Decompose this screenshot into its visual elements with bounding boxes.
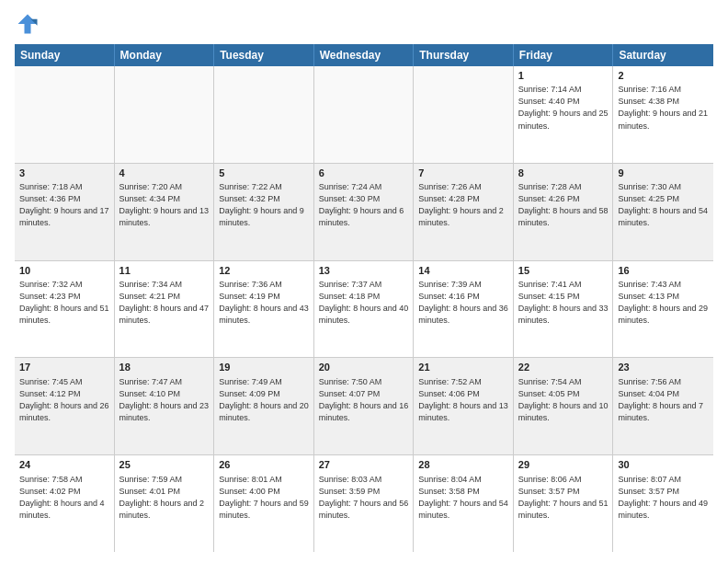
cal-week-4: 17Sunrise: 7:45 AM Sunset: 4:12 PM Dayli…	[15, 358, 713, 455]
cal-cell: 16Sunrise: 7:43 AM Sunset: 4:13 PM Dayli…	[613, 261, 713, 358]
cal-cell: 22Sunrise: 7:54 AM Sunset: 4:05 PM Dayli…	[514, 358, 614, 454]
calendar-header: SundayMondayTuesdayWednesdayThursdayFrid…	[15, 44, 713, 66]
svg-marker-0	[18, 15, 38, 34]
cal-cell: 23Sunrise: 7:56 AM Sunset: 4:04 PM Dayli…	[613, 358, 713, 454]
cal-cell: 24Sunrise: 7:58 AM Sunset: 4:02 PM Dayli…	[15, 455, 115, 552]
cal-cell: 6Sunrise: 7:24 AM Sunset: 4:30 PM Daylig…	[314, 164, 415, 260]
cal-cell: 14Sunrise: 7:39 AM Sunset: 4:16 PM Dayli…	[414, 261, 514, 358]
cal-cell: 19Sunrise: 7:49 AM Sunset: 4:09 PM Dayli…	[214, 358, 314, 454]
day-number: 20	[319, 361, 409, 374]
cal-cell: 21Sunrise: 7:52 AM Sunset: 4:06 PM Dayli…	[414, 358, 514, 454]
cal-cell: 4Sunrise: 7:20 AM Sunset: 4:34 PM Daylig…	[115, 164, 215, 260]
cal-cell: 20Sunrise: 7:50 AM Sunset: 4:07 PM Dayli…	[314, 358, 415, 454]
day-info: Sunrise: 8:07 AM Sunset: 3:57 PM Dayligh…	[618, 474, 709, 522]
day-info: Sunrise: 7:30 AM Sunset: 4:25 PM Dayligh…	[618, 181, 709, 229]
day-info: Sunrise: 7:45 AM Sunset: 4:12 PM Dayligh…	[19, 376, 109, 424]
cal-header-monday: Monday	[115, 44, 215, 66]
day-info: Sunrise: 7:36 AM Sunset: 4:19 PM Dayligh…	[219, 279, 309, 327]
day-info: Sunrise: 7:26 AM Sunset: 4:28 PM Dayligh…	[418, 181, 508, 229]
cal-header-thursday: Thursday	[414, 44, 514, 66]
day-number: 7	[418, 167, 508, 180]
day-number: 27	[319, 458, 409, 472]
day-number: 30	[618, 458, 709, 472]
cal-cell: 8Sunrise: 7:28 AM Sunset: 4:26 PM Daylig…	[514, 164, 614, 260]
day-info: Sunrise: 7:20 AM Sunset: 4:34 PM Dayligh…	[119, 181, 210, 229]
day-number: 21	[418, 361, 508, 374]
page: SundayMondayTuesdayWednesdayThursdayFrid…	[0, 0, 728, 563]
cal-cell: 5Sunrise: 7:22 AM Sunset: 4:32 PM Daylig…	[214, 164, 314, 260]
day-number: 14	[418, 264, 508, 278]
day-number: 24	[19, 458, 109, 472]
day-info: Sunrise: 7:58 AM Sunset: 4:02 PM Dayligh…	[19, 474, 109, 522]
cal-cell	[314, 66, 415, 163]
cal-cell: 11Sunrise: 7:34 AM Sunset: 4:21 PM Dayli…	[115, 261, 215, 358]
cal-cell: 7Sunrise: 7:26 AM Sunset: 4:28 PM Daylig…	[414, 164, 514, 260]
cal-cell: 27Sunrise: 8:03 AM Sunset: 3:59 PM Dayli…	[314, 455, 415, 552]
logo	[15, 11, 44, 37]
day-info: Sunrise: 7:56 AM Sunset: 4:04 PM Dayligh…	[618, 376, 709, 424]
cal-cell	[414, 66, 514, 163]
day-number: 3	[19, 167, 109, 180]
day-info: Sunrise: 7:28 AM Sunset: 4:26 PM Dayligh…	[518, 181, 609, 229]
day-info: Sunrise: 7:47 AM Sunset: 4:10 PM Dayligh…	[119, 376, 210, 424]
cal-cell: 2Sunrise: 7:16 AM Sunset: 4:38 PM Daylig…	[613, 66, 713, 163]
cal-cell: 10Sunrise: 7:32 AM Sunset: 4:23 PM Dayli…	[15, 261, 115, 358]
day-info: Sunrise: 7:37 AM Sunset: 4:18 PM Dayligh…	[319, 279, 409, 327]
day-number: 10	[19, 264, 109, 278]
cal-week-2: 3Sunrise: 7:18 AM Sunset: 4:36 PM Daylig…	[15, 164, 713, 261]
cal-cell: 12Sunrise: 7:36 AM Sunset: 4:19 PM Dayli…	[214, 261, 314, 358]
calendar-body: 1Sunrise: 7:14 AM Sunset: 4:40 PM Daylig…	[15, 66, 713, 552]
day-number: 23	[618, 361, 709, 374]
day-info: Sunrise: 7:22 AM Sunset: 4:32 PM Dayligh…	[219, 181, 309, 229]
day-number: 26	[219, 458, 309, 472]
day-number: 1	[518, 69, 609, 83]
cal-week-3: 10Sunrise: 7:32 AM Sunset: 4:23 PM Dayli…	[15, 261, 713, 359]
day-number: 18	[119, 361, 210, 374]
day-info: Sunrise: 7:59 AM Sunset: 4:01 PM Dayligh…	[119, 474, 210, 522]
day-info: Sunrise: 7:43 AM Sunset: 4:13 PM Dayligh…	[618, 279, 709, 327]
day-number: 5	[219, 167, 309, 180]
day-info: Sunrise: 7:18 AM Sunset: 4:36 PM Dayligh…	[19, 181, 109, 229]
cal-header-wednesday: Wednesday	[314, 44, 415, 66]
cal-header-sunday: Sunday	[15, 44, 115, 66]
day-info: Sunrise: 7:52 AM Sunset: 4:06 PM Dayligh…	[418, 376, 508, 424]
day-number: 29	[518, 458, 609, 472]
cal-header-saturday: Saturday	[613, 44, 713, 66]
day-number: 22	[518, 361, 609, 374]
day-info: Sunrise: 8:06 AM Sunset: 3:57 PM Dayligh…	[518, 474, 609, 522]
cal-header-friday: Friday	[514, 44, 614, 66]
cal-cell: 26Sunrise: 8:01 AM Sunset: 4:00 PM Dayli…	[214, 455, 314, 552]
day-info: Sunrise: 8:03 AM Sunset: 3:59 PM Dayligh…	[319, 474, 409, 522]
day-info: Sunrise: 7:16 AM Sunset: 4:38 PM Dayligh…	[618, 84, 709, 132]
cal-cell: 1Sunrise: 7:14 AM Sunset: 4:40 PM Daylig…	[514, 66, 614, 163]
cal-cell: 9Sunrise: 7:30 AM Sunset: 4:25 PM Daylig…	[613, 164, 713, 260]
day-number: 4	[119, 167, 210, 180]
day-info: Sunrise: 8:01 AM Sunset: 4:00 PM Dayligh…	[219, 474, 309, 522]
day-number: 12	[219, 264, 309, 278]
day-info: Sunrise: 7:14 AM Sunset: 4:40 PM Dayligh…	[518, 84, 609, 132]
cal-week-5: 24Sunrise: 7:58 AM Sunset: 4:02 PM Dayli…	[15, 455, 713, 552]
day-info: Sunrise: 7:41 AM Sunset: 4:15 PM Dayligh…	[518, 279, 609, 327]
day-number: 15	[518, 264, 609, 278]
day-number: 9	[618, 167, 709, 180]
cal-cell: 15Sunrise: 7:41 AM Sunset: 4:15 PM Dayli…	[514, 261, 614, 358]
day-info: Sunrise: 7:34 AM Sunset: 4:21 PM Dayligh…	[119, 279, 210, 327]
day-info: Sunrise: 7:50 AM Sunset: 4:07 PM Dayligh…	[319, 376, 409, 424]
day-number: 28	[418, 458, 508, 472]
day-info: Sunrise: 7:39 AM Sunset: 4:16 PM Dayligh…	[418, 279, 508, 327]
logo-icon	[15, 11, 40, 37]
cal-cell: 30Sunrise: 8:07 AM Sunset: 3:57 PM Dayli…	[613, 455, 713, 552]
day-info: Sunrise: 7:24 AM Sunset: 4:30 PM Dayligh…	[319, 181, 409, 229]
cal-cell: 29Sunrise: 8:06 AM Sunset: 3:57 PM Dayli…	[514, 455, 614, 552]
day-number: 6	[319, 167, 409, 180]
cal-cell	[115, 66, 215, 163]
cal-cell: 17Sunrise: 7:45 AM Sunset: 4:12 PM Dayli…	[15, 358, 115, 454]
cal-cell: 13Sunrise: 7:37 AM Sunset: 4:18 PM Dayli…	[314, 261, 415, 358]
day-info: Sunrise: 7:49 AM Sunset: 4:09 PM Dayligh…	[219, 376, 309, 424]
cal-cell: 28Sunrise: 8:04 AM Sunset: 3:58 PM Dayli…	[414, 455, 514, 552]
cal-header-tuesday: Tuesday	[214, 44, 314, 66]
cal-cell: 25Sunrise: 7:59 AM Sunset: 4:01 PM Dayli…	[115, 455, 215, 552]
day-info: Sunrise: 7:54 AM Sunset: 4:05 PM Dayligh…	[518, 376, 609, 424]
day-number: 13	[319, 264, 409, 278]
day-number: 25	[119, 458, 210, 472]
